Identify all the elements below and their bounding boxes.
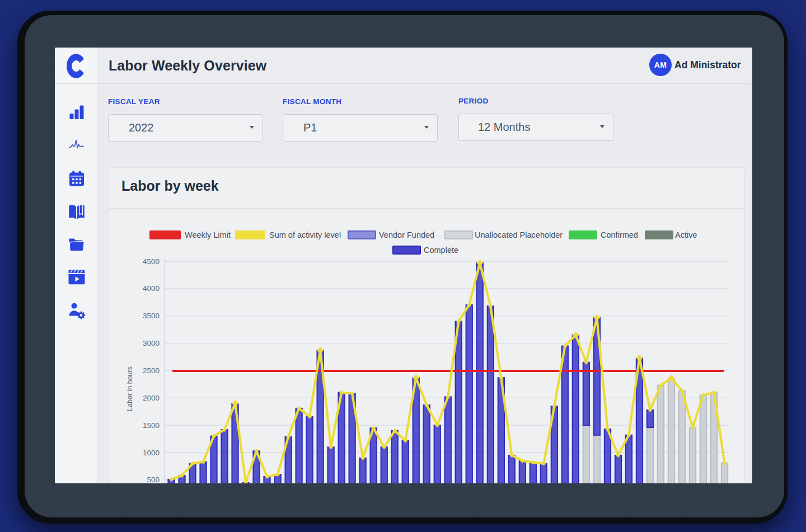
svg-text:Labor in hours: Labor in hours xyxy=(126,366,134,411)
svg-text:2500: 2500 xyxy=(143,366,160,375)
svg-text:1000: 1000 xyxy=(143,449,160,457)
svg-text:500: 500 xyxy=(147,475,160,483)
svg-text:1500: 1500 xyxy=(143,421,160,430)
svg-text:2000: 2000 xyxy=(143,394,160,402)
svg-text:3500: 3500 xyxy=(143,312,160,320)
svg-text:4000: 4000 xyxy=(143,284,160,293)
svg-text:3000: 3000 xyxy=(143,339,160,347)
svg-text:4500: 4500 xyxy=(143,257,160,266)
